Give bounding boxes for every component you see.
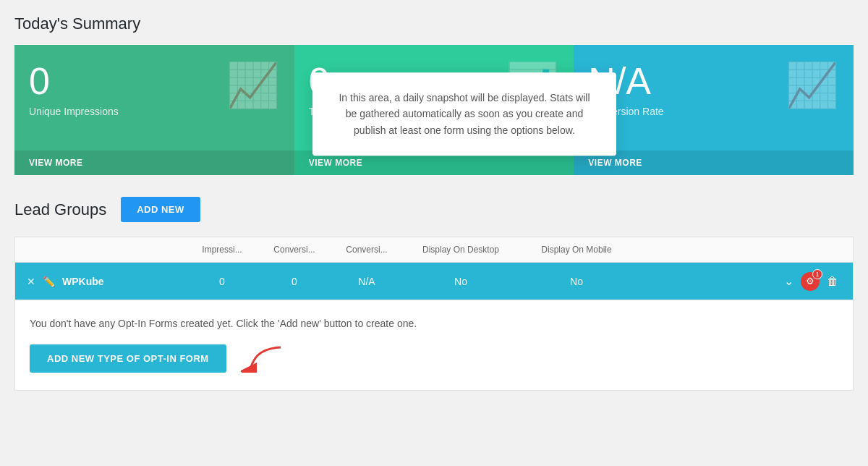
impressions-icon: 📈 [226, 59, 280, 111]
add-new-button[interactable]: ADD NEW [121, 197, 200, 222]
impressions-view-more[interactable]: VIEW MORE [14, 151, 294, 175]
col-conversions-pct: Conversi... [331, 245, 403, 255]
row-actions: ⌄ ⚙ 1 🗑 [634, 271, 841, 291]
page-title: Today's Summary [14, 14, 854, 33]
empty-forms-message: You don't have any Opt-In Forms created … [30, 318, 838, 329]
notification-badge: 1 [812, 269, 822, 279]
row-conversions-pct: N/A [331, 276, 403, 287]
arrow-icon [241, 344, 284, 373]
col-display-mobile: Display On Mobile [519, 245, 634, 255]
delete-button[interactable]: 🗑 [824, 272, 841, 291]
tooltip-text: In this area, a daily snapshot will be d… [339, 92, 590, 136]
lead-groups-title: Lead Groups [14, 200, 106, 219]
expanded-row: You don't have any Opt-In Forms created … [15, 300, 853, 390]
col-name [27, 245, 186, 255]
group-name: WPKube [62, 276, 104, 287]
summary-tooltip: In this area, a daily snapshot will be d… [312, 72, 616, 156]
unique-impressions-card: 0 Unique Impressions 📈 VIEW MORE [14, 45, 294, 175]
col-display-desktop: Display On Desktop [403, 245, 519, 255]
add-form-container: ADD NEW TYPE OF OPT-IN FORM [30, 344, 284, 373]
conversion-icon: 📈 [785, 59, 839, 111]
expand-button[interactable]: ⌄ [781, 271, 796, 291]
col-conversions-abs: Conversi... [258, 245, 331, 255]
row-name-cell: ✕ ✏️ WPKube [27, 276, 186, 287]
col-actions [634, 245, 841, 255]
table-row: ✕ ✏️ WPKube 0 0 N/A No No ⌄ ⚙ 1 🗑 [15, 263, 853, 300]
table-header: Impressi... Conversi... Conversi... Disp… [15, 237, 853, 263]
add-new-form-button[interactable]: ADD NEW TYPE OF OPT-IN FORM [30, 344, 226, 373]
row-impressions: 0 [186, 276, 258, 287]
lead-groups-table: Impressi... Conversi... Conversi... Disp… [14, 237, 854, 391]
edit-icon[interactable]: ✏️ [43, 276, 55, 287]
drag-icon[interactable]: ✕ [27, 276, 35, 287]
lead-groups-header: Lead Groups ADD NEW [14, 197, 854, 222]
page-wrapper: Today's Summary 0 Unique Impressions 📈 V… [0, 0, 868, 405]
row-conversions-abs: 0 [258, 276, 331, 287]
row-display-desktop: No [403, 276, 519, 287]
summary-cards: 0 Unique Impressions 📈 VIEW MORE 0 Total… [14, 45, 854, 175]
row-display-mobile: No [519, 276, 634, 287]
col-impressions: Impressi... [186, 245, 258, 255]
